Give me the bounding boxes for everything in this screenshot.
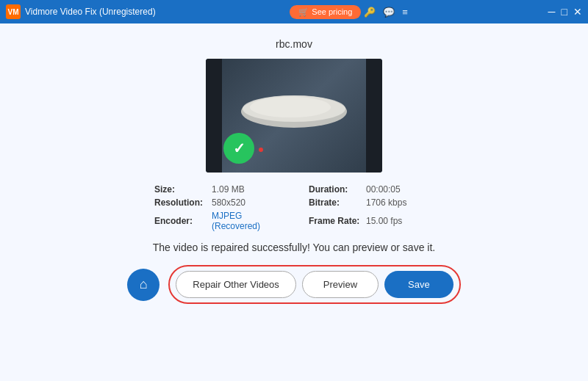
- video-preview: ✓: [206, 59, 382, 173]
- video-info-table: Size: 1.09 MB Duration: 00:00:05 Resolut…: [154, 184, 434, 231]
- resolution-label: Resolution:: [154, 197, 206, 208]
- video-side-right: [366, 59, 382, 173]
- svg-point-2: [250, 97, 331, 117]
- video-filename: rbc.mov: [276, 38, 312, 50]
- size-row: Size: 1.09 MB: [154, 184, 279, 195]
- titlebar-controls: ─ □ ✕: [548, 7, 582, 17]
- video-thumbnail: ✓: [206, 59, 382, 173]
- pricing-button[interactable]: 🛒 See pricing: [290, 5, 361, 19]
- blob-shape: [235, 90, 353, 134]
- action-area: ⌂ Repair Other Videos Preview Save: [29, 265, 559, 304]
- framerate-label: Frame Rate:: [309, 216, 360, 226]
- minimize-button[interactable]: ─: [548, 7, 556, 17]
- red-dot: [259, 148, 263, 152]
- size-label: Size:: [154, 184, 206, 195]
- close-button[interactable]: ✕: [573, 7, 582, 17]
- bitrate-row: Bitrate: 1706 kbps: [309, 197, 434, 208]
- success-message: The video is repaired successfully! You …: [153, 242, 435, 253]
- titlebar-icons: 🔑 💬 ≡: [364, 7, 408, 18]
- key-icon[interactable]: 🔑: [364, 7, 376, 18]
- home-button[interactable]: ⌂: [127, 269, 159, 301]
- encoder-row: Encoder: MJPEG (Recovered): [154, 211, 279, 231]
- chat-icon[interactable]: 💬: [383, 7, 395, 18]
- bitrate-label: Bitrate:: [309, 197, 360, 208]
- framerate-value: 15.00 fps: [366, 216, 402, 226]
- titlebar-left: VM Vidmore Video Fix (Unregistered): [6, 4, 156, 19]
- save-button[interactable]: Save: [384, 271, 453, 298]
- app-logo: VM: [6, 4, 21, 19]
- titlebar-center: 🛒 See pricing 🔑 💬 ≡: [290, 5, 408, 19]
- preview-button[interactable]: Preview: [302, 271, 379, 298]
- resolution-row: Resolution: 580x520: [154, 197, 279, 208]
- titlebar: VM Vidmore Video Fix (Unregistered) 🛒 Se…: [0, 0, 588, 23]
- size-value: 1.09 MB: [212, 184, 245, 195]
- duration-label: Duration:: [309, 184, 360, 195]
- cart-icon: 🛒: [298, 7, 309, 17]
- duration-value: 00:00:05: [366, 184, 401, 195]
- resolution-value: 580x520: [212, 197, 245, 208]
- maximize-button[interactable]: □: [562, 7, 567, 17]
- home-icon: ⌂: [140, 277, 148, 292]
- main-content: rbc.mov ✓ Size: 1.09 MB Duration: 00:00:…: [0, 23, 588, 381]
- bitrate-value: 1706 kbps: [366, 197, 406, 208]
- duration-row: Duration: 00:00:05: [309, 184, 434, 195]
- video-side-left: [206, 59, 222, 173]
- menu-icon[interactable]: ≡: [402, 7, 408, 18]
- encoder-label: Encoder:: [154, 216, 206, 226]
- framerate-row: Frame Rate: 15.00 fps: [309, 211, 434, 231]
- repair-other-button[interactable]: Repair Other Videos: [176, 271, 296, 298]
- action-buttons-box: Repair Other Videos Preview Save: [168, 265, 460, 304]
- encoder-value: MJPEG (Recovered): [212, 211, 279, 231]
- success-check: ✓: [223, 133, 254, 164]
- app-title: Vidmore Video Fix (Unregistered): [25, 7, 156, 17]
